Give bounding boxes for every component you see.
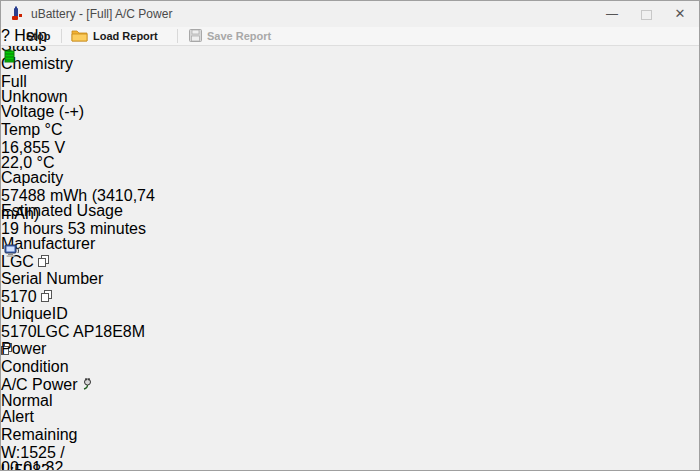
stop-label: Stop (26, 30, 50, 42)
load-report-button[interactable]: Load Report (65, 27, 164, 45)
window-title: uBattery - [Full] A/C Power (31, 7, 172, 21)
stop-button[interactable]: Stop (5, 27, 56, 45)
copy-icon[interactable] (38, 253, 50, 270)
voltage-value-field: 16,855 V (1, 139, 83, 154)
power-value: A/C Power (1, 376, 77, 393)
computer-power-icon (4, 244, 20, 262)
serial-number-field: 5170 (1, 288, 157, 305)
save-icon (189, 29, 202, 44)
toolbar: Stop Load Report Save Report (1, 27, 699, 46)
minimize-button[interactable]: — (595, 1, 629, 27)
power-value-field: A/C Power (1, 376, 93, 392)
serial-number-label: Serial Number (1, 270, 699, 288)
chemistry-value-field: Unknown (1, 88, 101, 103)
close-button[interactable]: ✕ (663, 1, 697, 27)
save-report-button: Save Report (183, 27, 277, 45)
condition-value-field: Normal (1, 392, 62, 408)
toolbar-separator (61, 29, 62, 43)
estimated-usage-field: 19 hours 53 minutes (1, 220, 157, 235)
uniqueid-label: UniqueID (1, 305, 699, 323)
power-label: Power (1, 340, 699, 358)
manufacturer-label: Manufacturer (1, 235, 699, 253)
maximize-icon (641, 10, 652, 20)
uniqueid-value: 5170LGC AP18E8M (1, 323, 145, 340)
folder-icon (71, 29, 88, 44)
temp-value-field: 22,0 °C (1, 154, 73, 169)
manufacturer-field: LGC (1, 253, 157, 270)
title-bar: uBattery - [Full] A/C Power — ✕ (1, 1, 699, 27)
remaining-label: Remaining (1, 426, 699, 444)
copy-icon[interactable] (41, 288, 53, 305)
ac-plug-icon (82, 376, 93, 393)
status-value-field: Full (1, 73, 41, 88)
app-window: uBattery - [Full] A/C Power — ✕ Stop Loa… (0, 0, 700, 471)
load-report-label: Load Report (93, 30, 158, 42)
app-icon (9, 6, 25, 22)
condition-label: Condition (1, 358, 699, 376)
toolbar-separator (177, 29, 178, 43)
alert-value-field: W:1525 / L:5082 (1, 444, 79, 459)
capacity-value-field: 57488 mWh (3410,74 mAh) (1, 187, 157, 202)
alert-label: Alert (1, 408, 699, 426)
uniqueid-field: 5170LGC AP18E8M (1, 323, 157, 340)
stop-icon (11, 31, 21, 41)
temp-label: Temp °C (1, 121, 699, 139)
battery-info-panel: Select Battery AP18E8M Status Chemistry (1, 1, 699, 471)
status-battery-icon (4, 49, 16, 67)
chemistry-label: Chemistry (1, 55, 699, 73)
save-report-label: Save Report (207, 30, 271, 42)
maximize-button (629, 1, 663, 27)
voltage-label: Voltage (-+) (1, 103, 699, 121)
serial-number-value: 5170 (1, 288, 37, 305)
estimated-usage-label: Estimated Usage (1, 202, 699, 220)
capacity-label: Capacity (1, 169, 699, 187)
